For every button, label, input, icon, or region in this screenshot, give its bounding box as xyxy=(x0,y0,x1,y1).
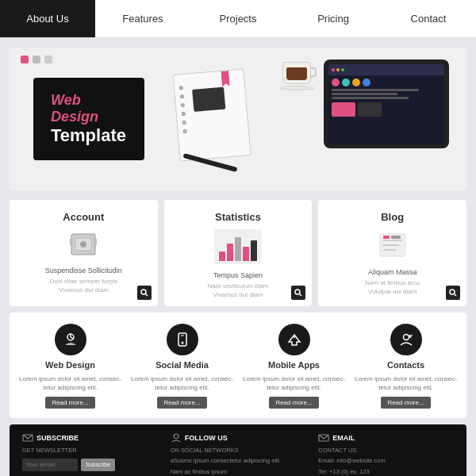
email-icon xyxy=(318,432,329,443)
social-media-title: Social Media xyxy=(155,360,209,370)
subscribe-title: SUBSCRIBE xyxy=(36,434,79,442)
coffee-liquid xyxy=(286,67,307,80)
blog-card-desc2: Nam at finibus arcu xyxy=(328,279,457,286)
services-row: Web Design Lorem ipsum dolor sit amet, c… xyxy=(10,313,466,418)
service-social-media: Social Media Lorem ipsum dolor sit amet,… xyxy=(128,324,236,409)
account-card-icon xyxy=(19,229,148,259)
blog-icon xyxy=(377,229,409,261)
social-media-btn[interactable]: Read more... xyxy=(157,397,206,409)
search-icon xyxy=(294,289,302,297)
coffee-handle xyxy=(310,67,317,77)
nav-features[interactable]: Features xyxy=(95,0,190,37)
nav-pricing[interactable]: Pricing xyxy=(286,0,381,37)
coffee-cup xyxy=(282,62,311,84)
hero-line2: Template xyxy=(51,125,127,146)
statistics-card: Statistics Tempus Sapien Nam vestibulum … xyxy=(164,200,313,306)
hero-dot-1 xyxy=(21,56,29,63)
svg-rect-4 xyxy=(70,239,72,245)
service-mobile-apps: Mobile Apps Lorem ipsum dolor sit amet, … xyxy=(240,324,348,409)
hero-dot-3 xyxy=(44,56,52,63)
web-design-title: Web Design xyxy=(45,360,95,370)
contacts-desc: Lorem ipsum dolor sit amet, consec-tetur… xyxy=(351,374,460,392)
svg-point-21 xyxy=(181,341,183,344)
web-design-btn[interactable]: Read more... xyxy=(45,397,94,409)
statistics-card-desc: Tempus Sapien xyxy=(174,271,303,281)
svg-point-23 xyxy=(403,334,409,340)
hero-dots xyxy=(21,56,52,63)
follow-icon xyxy=(171,432,182,443)
blog-card: Blog Aliquam Massa Nam at finibus arcu V… xyxy=(318,200,466,306)
subscribe-button[interactable]: Subscribe xyxy=(81,459,115,471)
subscribe-icon xyxy=(22,432,33,443)
mobile-apps-title: Mobile Apps xyxy=(268,360,320,370)
blog-card-desc: Aliquam Massa xyxy=(328,267,457,278)
svg-line-9 xyxy=(300,294,302,296)
account-card: Account Suspendisse Sollicitudin Duis vi… xyxy=(10,200,158,306)
safe-icon xyxy=(67,229,99,259)
nav-projects[interactable]: Projects xyxy=(190,0,286,37)
subscribe-sub: GET NEWSLETTER xyxy=(22,447,158,454)
svg-point-22 xyxy=(294,336,295,338)
coffee-saucer xyxy=(279,86,314,90)
svg-point-3 xyxy=(82,243,85,246)
mobile-apps-icon xyxy=(278,324,310,355)
footer-email: EMAIL CONTACT US Email: info@website.com… xyxy=(318,432,454,476)
email-sub: CONTACT US xyxy=(318,447,454,454)
tablet-topbar xyxy=(328,64,444,75)
follow-line2: Nam ac finibus ipsum xyxy=(171,468,306,476)
service-contacts: Contacts Lorem ipsum dolor sit amet, con… xyxy=(351,324,460,409)
blog-search-button[interactable] xyxy=(446,286,460,300)
notebook-spiral xyxy=(179,86,187,133)
search-icon xyxy=(140,289,148,297)
hero-text-block: Web Design Template xyxy=(33,78,144,160)
tablet-screen xyxy=(328,64,444,144)
contacts-btn[interactable]: Read more... xyxy=(381,397,430,409)
tablet-frame xyxy=(324,60,449,148)
notebook-card xyxy=(192,87,225,112)
navbar: About Us Features Projects Pricing Conta… xyxy=(0,0,476,38)
svg-rect-5 xyxy=(94,239,97,245)
email-line2: Tel: +13 (0) ex. 123 xyxy=(318,468,454,476)
follow-title: FOLLOW US xyxy=(185,434,228,442)
hero-line1: Web Design xyxy=(51,92,127,125)
svg-point-27 xyxy=(174,434,178,439)
svg-rect-15 xyxy=(391,236,401,239)
follow-sub: ON SOCIAL NETWORKS xyxy=(171,447,306,454)
account-card-desc: Suspendisse Sollicitudin xyxy=(19,266,148,276)
statistics-card-title: Statistics xyxy=(174,211,303,223)
svg-rect-14 xyxy=(383,236,390,239)
svg-rect-19 xyxy=(178,333,186,346)
web-design-icon xyxy=(55,324,86,355)
contacts-icon xyxy=(390,324,422,355)
email-title: EMAIL xyxy=(332,434,355,442)
account-card-sub: Vivamus dui diam xyxy=(19,286,148,294)
account-card-desc2: Duis vitae semper turpis xyxy=(19,278,148,285)
statistics-card-desc2: Nam vestibulum diam xyxy=(174,282,303,290)
statistics-card-sub: Vivamus dui diam xyxy=(174,291,303,298)
mobile-apps-btn[interactable]: Read more... xyxy=(269,397,318,409)
nav-about-us[interactable]: About Us xyxy=(0,0,95,37)
svg-line-17 xyxy=(455,294,457,296)
svg-point-6 xyxy=(141,290,146,294)
hero-notebook-illustration xyxy=(168,63,263,175)
hero-dot-2 xyxy=(33,56,40,63)
account-search-button[interactable] xyxy=(137,286,152,300)
search-icon xyxy=(449,289,457,297)
notebook xyxy=(168,63,263,167)
follow-line1: aSusms ipsum consectetur adipiscing elit… xyxy=(171,457,306,466)
notebook-body xyxy=(172,68,251,161)
tablet-content xyxy=(328,75,444,120)
email-line1: Email: info@website.com xyxy=(318,457,454,466)
svg-line-7 xyxy=(145,294,148,296)
hero-coffee-illustration xyxy=(278,62,316,100)
footer-subscribe: SUBSCRIBE GET NEWSLETTER Subscribe xyxy=(22,432,158,476)
contacts-title: Contacts xyxy=(387,360,424,370)
account-card-title: Account xyxy=(19,211,148,223)
social-media-desc: Lorem ipsum dolor sit amet, consec-tetur… xyxy=(128,374,236,392)
cards-row: Account Suspendisse Sollicitudin Duis vi… xyxy=(10,200,466,306)
nav-contact[interactable]: Contact xyxy=(381,0,476,37)
web-design-desc: Lorem ipsum dolor sit amet, consec-tetur… xyxy=(16,374,125,392)
statistics-search-button[interactable] xyxy=(291,286,305,300)
subscribe-email-input[interactable] xyxy=(22,459,78,471)
svg-point-16 xyxy=(450,290,455,294)
